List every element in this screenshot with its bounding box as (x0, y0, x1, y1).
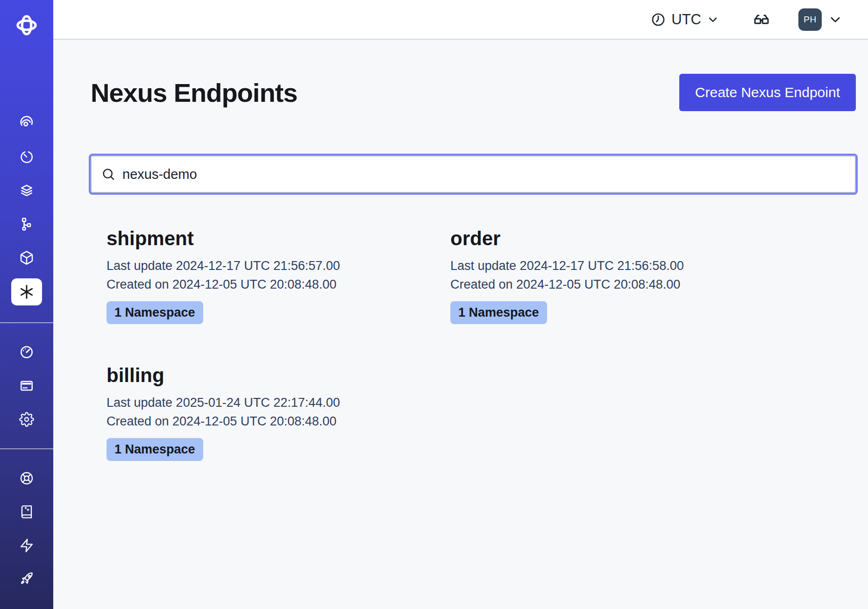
sidebar-nav-help (11, 466, 42, 591)
tree-branch-icon (19, 217, 34, 232)
sidebar-nav-primary (11, 111, 42, 305)
endpoint-last-update: Last update 2025-01-24 UTC 22:17:44.00 (107, 393, 434, 412)
namespace-badge: 1 Namespace (107, 438, 203, 461)
endpoint-card-shipment[interactable]: shipment Last update 2024-12-17 UTC 21:5… (91, 227, 434, 324)
endpoint-search-bar[interactable] (91, 156, 856, 193)
sidebar-item-settings[interactable] (11, 407, 42, 432)
clock-icon (651, 12, 666, 27)
top-bar: UTC PH (53, 0, 868, 40)
sidebar-item-usage[interactable] (11, 340, 42, 364)
endpoint-last-update: Last update 2024-12-17 UTC 21:56:57.00 (107, 256, 434, 275)
glasses-icon (752, 10, 771, 29)
timer-icon (19, 149, 34, 164)
profile-menu[interactable]: PH (798, 8, 842, 31)
sidebar-item-support[interactable] (11, 466, 42, 490)
endpoint-last-update: Last update 2024-12-17 UTC 21:56:58.00 (450, 256, 778, 275)
main-content: Nexus Endpoints Create Nexus Endpoint sh… (53, 40, 868, 609)
sidebar-divider (0, 448, 53, 449)
rocket-icon (19, 572, 34, 587)
cube-icon (19, 250, 34, 265)
gauge-icon (19, 345, 34, 360)
sidebar-item-workflows[interactable] (11, 111, 42, 135)
namespace-badge: 1 Namespace (450, 301, 547, 324)
sidebar-divider (0, 322, 53, 323)
sidebar (0, 0, 53, 609)
sidebar-item-billing[interactable] (11, 374, 42, 398)
timezone-select[interactable]: UTC (651, 11, 719, 28)
chevron-down-icon (707, 14, 719, 26)
create-nexus-endpoint-button[interactable]: Create Nexus Endpoint (679, 74, 856, 111)
endpoint-card-order[interactable]: order Last update 2024-12-17 UTC 21:56:5… (434, 227, 778, 324)
search-icon (101, 167, 116, 182)
endpoint-name[interactable]: order (450, 227, 778, 250)
endpoints-grid: shipment Last update 2024-12-17 UTC 21:5… (91, 227, 856, 461)
spiral-icon (19, 116, 34, 131)
endpoint-created-on: Created on 2024-12-05 UTC 20:08:48.00 (107, 412, 434, 431)
avatar[interactable]: PH (798, 8, 822, 31)
gear-icon (19, 412, 34, 427)
endpoint-card-billing[interactable]: billing Last update 2025-01-24 UTC 22:17… (91, 364, 434, 461)
endpoint-name[interactable]: billing (107, 364, 434, 387)
endpoint-created-on: Created on 2024-12-05 UTC 20:08:48.00 (107, 275, 434, 294)
namespace-badge: 1 Namespace (107, 301, 203, 324)
book-sparkles-icon (19, 504, 34, 519)
search-input[interactable] (122, 167, 846, 182)
asterisk-icon (18, 283, 35, 300)
endpoint-created-on: Created on 2024-12-05 UTC 20:08:48.00 (450, 275, 778, 294)
temporal-logo-icon (14, 13, 39, 37)
preview-mode-button[interactable] (752, 10, 771, 29)
endpoint-name[interactable]: shipment (107, 227, 434, 250)
sidebar-item-docs[interactable] (11, 500, 42, 524)
temporal-logo[interactable] (14, 13, 39, 37)
timezone-label: UTC (671, 11, 701, 28)
sidebar-item-schedules[interactable] (11, 145, 42, 169)
billing-card-icon (19, 378, 34, 393)
page-title: Nexus Endpoints (91, 78, 297, 108)
sidebar-item-namespaces[interactable] (11, 178, 42, 203)
sidebar-item-getstarted[interactable] (11, 567, 42, 591)
sidebar-item-batch[interactable] (11, 246, 42, 270)
lifebuoy-icon (19, 471, 34, 486)
title-row: Nexus Endpoints Create Nexus Endpoint (91, 74, 856, 111)
layers-icon (19, 183, 34, 198)
lightning-icon (19, 538, 34, 553)
content-column: UTC PH Nexus Endpoints Create Nexus Endp (53, 0, 868, 609)
chevron-down-icon (828, 13, 842, 27)
sidebar-item-nexus-active[interactable] (11, 278, 42, 305)
sidebar-nav-account (11, 340, 42, 432)
sidebar-item-quickstart[interactable] (11, 533, 42, 558)
sidebar-item-deployments[interactable] (11, 212, 42, 236)
